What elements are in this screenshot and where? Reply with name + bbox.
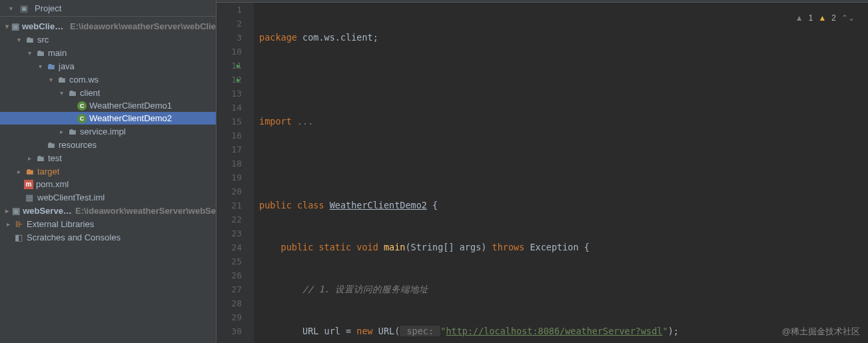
weak-warning-icon: ▲ <box>795 13 803 23</box>
package-icon: 🖿 <box>67 126 77 137</box>
folder-icon: 🖿 <box>35 47 45 58</box>
tree-node-webserver[interactable]: ▸▣webServerTestE:\ideawork\weatherServer… <box>0 204 216 217</box>
tree-node-file-demo2[interactable]: CWeatherClientDemo2 <box>0 112 216 125</box>
module-icon: ▣ <box>11 205 20 216</box>
tree-node-iml[interactable]: ▦webClientTest.iml <box>0 190 216 204</box>
folder-icon: 🖿 <box>24 34 35 45</box>
tree-node-java[interactable]: ▾🖿java <box>0 59 216 73</box>
tree-node-project[interactable]: ▾▣webClientTestE:\ideawork\weatherServer… <box>0 19 216 33</box>
target-folder-icon: 🖿 <box>24 166 35 176</box>
tree-node-main[interactable]: ▾🖿main <box>0 46 216 59</box>
scratches-icon: ◧ <box>13 232 24 242</box>
inspection-widget[interactable]: ▲1 ▲2 ⌃⌄ <box>795 13 855 23</box>
run-icon[interactable]: ▶ <box>236 59 240 73</box>
project-header[interactable]: ▾ ▣ Project <box>0 0 216 17</box>
chevron-icon: ⌃⌄ <box>841 13 855 23</box>
tree-node-src[interactable]: ▾🖿src <box>0 33 216 46</box>
maven-icon: m <box>24 180 33 189</box>
gutter[interactable]: 1 2 3 10 11▶ 12▶ 13 14 15 16 17 18 19 20… <box>217 3 254 343</box>
tree-node-test[interactable]: ▸🖿test <box>0 151 216 165</box>
tree-node-client[interactable]: ▾🖿client <box>0 86 216 99</box>
tree-node-pom[interactable]: mpom.xml <box>0 178 216 190</box>
package-icon: 🖿 <box>67 87 77 98</box>
file-icon: ▦ <box>24 192 35 202</box>
package-icon: 🖿 <box>56 74 67 85</box>
folder-icon: 🖿 <box>35 153 45 163</box>
project-tree: ▾▣webClientTestE:\ideawork\weatherServer… <box>0 17 216 343</box>
tree-node-service-impl[interactable]: ▸🖿service.impl <box>0 125 216 138</box>
source-folder-icon: 🖿 <box>45 61 56 71</box>
run-icon[interactable]: ▶ <box>236 73 240 87</box>
tree-node-target[interactable]: ▸🖿target <box>0 165 216 178</box>
resources-folder-icon: 🖿 <box>45 139 56 150</box>
libraries-icon: ⊪ <box>13 218 24 229</box>
java-class-icon: C <box>77 114 87 123</box>
tree-node-external-libs[interactable]: ▸⊪External Libraries <box>0 217 216 230</box>
project-icon: ▣ <box>19 3 29 13</box>
warning-icon: ▲ <box>818 13 826 23</box>
code-editor[interactable]: package com.ws.client; import ... public… <box>254 3 868 343</box>
chevron-down-icon: ▾ <box>5 5 16 12</box>
java-class-icon: C <box>77 101 87 111</box>
module-icon: ▣ <box>11 21 20 31</box>
editor: ▲1 ▲2 ⌃⌄ 1 2 3 10 11▶ 12▶ 13 14 15 16 17… <box>217 0 868 343</box>
tree-node-resources[interactable]: 🖿resources <box>0 138 216 151</box>
tree-node-file-demo1[interactable]: CWeatherClientDemo1 <box>0 99 216 112</box>
header-label: Project <box>35 3 61 13</box>
project-tree-panel: ▾ ▣ Project ▾▣webClientTestE:\ideawork\w… <box>0 0 217 343</box>
watermark: @稀土掘金技术社区 <box>782 326 860 338</box>
tree-node-package[interactable]: ▾🖿com.ws <box>0 73 216 86</box>
tree-node-scratches[interactable]: ◧Scratches and Consoles <box>0 230 216 244</box>
